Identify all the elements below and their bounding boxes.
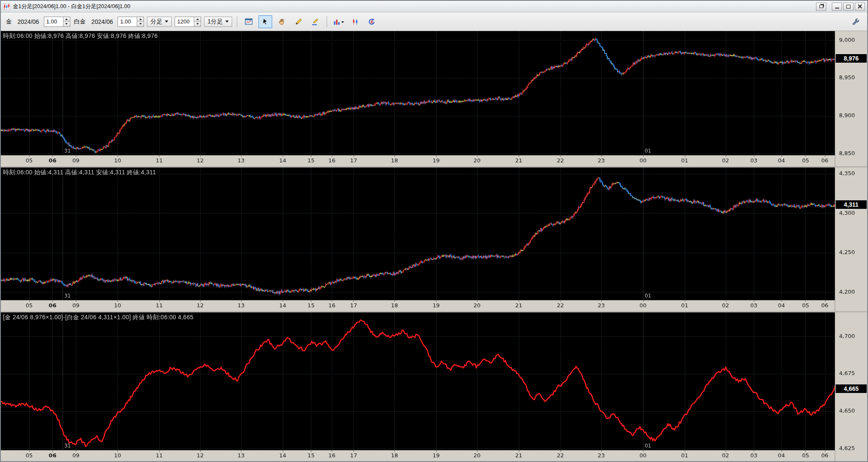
spread-chart-panel: [金 24/06 8,976×1.00]-[白金 24/06 4,311×1.0… xyxy=(1,312,867,461)
platinum-contract-select[interactable]: 2024/06 xyxy=(90,17,115,26)
toolbar-separator xyxy=(237,16,237,27)
gold-multiplier-up-button[interactable] xyxy=(63,17,70,22)
minimize-icon xyxy=(835,8,839,9)
interval-dropdown[interactable]: 1分足 xyxy=(204,17,232,27)
close-button[interactable] xyxy=(855,3,865,11)
candlestick-chart-icon xyxy=(3,3,10,10)
spread-info: [金 24/06 8,976×1.00]-[白金 24/06 4,311×1.0… xyxy=(3,314,193,321)
platinum-last-price-badge: 4,311 xyxy=(835,200,867,209)
gold-multiplier-down-button[interactable] xyxy=(63,21,70,26)
toolbar: 金 2024/06 1.00 白金 2024/06 1.00 分足 1200 xyxy=(1,12,867,31)
platinum-multiplier-up-button[interactable] xyxy=(137,17,144,22)
up-arrow-icon xyxy=(196,18,199,20)
platinum-multiplier-down-button[interactable] xyxy=(137,21,144,26)
chart-layout-tool-button[interactable] xyxy=(242,15,256,28)
refresh-icon: R xyxy=(368,17,376,26)
platinum-chart-canvas[interactable] xyxy=(1,167,867,311)
indicator-bars-tool-button[interactable] xyxy=(332,15,345,28)
svg-text:R: R xyxy=(371,20,373,24)
spread-last-price-badge: 4,665 xyxy=(835,384,867,393)
settings-wrench-button[interactable] xyxy=(849,15,863,28)
down-arrow-icon xyxy=(196,23,199,25)
platinum-label: 白金 xyxy=(73,18,87,26)
maximize-icon xyxy=(846,5,851,9)
bar-count-spinner[interactable]: 1200 xyxy=(175,17,201,27)
line-draw-tool-button[interactable] xyxy=(308,15,322,28)
chevron-down-icon xyxy=(225,20,229,23)
chevron-down-icon xyxy=(165,20,168,23)
down-arrow-icon xyxy=(139,23,142,25)
app-window: 金1分足[2024/06]1.00 - 白金1分足[2024/06]1.00 金… xyxy=(0,0,868,462)
gold-contract-select[interactable]: 2024/06 xyxy=(16,17,41,26)
pencil-draw-icon xyxy=(294,17,303,26)
platinum-multiplier-spinner[interactable]: 1.00 xyxy=(118,17,144,27)
gold-chart-panel: 時刻:06:00 始値:8,976 高値:8,976 安値:8,976 終値:8… xyxy=(1,31,867,166)
candle-style-icon xyxy=(351,17,359,26)
gold-multiplier-value[interactable]: 1.00 xyxy=(44,17,63,26)
gold-ohlc-info: 時刻:06:00 始値:8,976 高値:8,976 安値:8,976 終値:8… xyxy=(3,32,158,40)
bar-count-value[interactable]: 1200 xyxy=(175,17,194,26)
bar-count-down-button[interactable] xyxy=(194,21,201,26)
up-arrow-icon xyxy=(139,18,142,20)
minimize-button[interactable] xyxy=(832,3,842,11)
float-window-icon xyxy=(819,5,823,8)
indicator-bars-icon xyxy=(333,17,344,26)
cursor-select-icon xyxy=(261,17,270,26)
bar-count-up-button[interactable] xyxy=(194,17,201,22)
chart-panels: 時刻:06:00 始値:8,976 高値:8,976 安値:8,976 終値:8… xyxy=(1,31,867,461)
maximize-button[interactable] xyxy=(843,3,854,11)
up-arrow-icon xyxy=(65,18,68,20)
pencil-draw-tool-button[interactable] xyxy=(292,15,305,28)
gold-label: 金 xyxy=(5,18,13,26)
interval-dropdown-label: 1分足 xyxy=(207,18,223,26)
timeframe-dropdown[interactable]: 分足 xyxy=(147,17,172,27)
title-bar: 金1分足[2024/06]1.00 - 白金1分足[2024/06]1.00 xyxy=(1,1,867,12)
cursor-select-tool-button[interactable] xyxy=(259,15,272,28)
candle-style-tool-button[interactable] xyxy=(348,15,362,28)
window-controls xyxy=(816,3,865,11)
platinum-ohlc-info: 時刻:06:00 始値:4,311 高値:4,311 安値:4,311 終値:4… xyxy=(3,169,156,176)
gold-multiplier-spinner[interactable]: 1.00 xyxy=(44,17,70,27)
platinum-multiplier-value[interactable]: 1.00 xyxy=(118,17,137,26)
window-title: 金1分足[2024/06]1.00 - 白金1分足[2024/06]1.00 xyxy=(13,3,130,10)
float-window-button[interactable] xyxy=(816,3,826,11)
hand-pan-icon xyxy=(278,17,286,26)
wrench-icon xyxy=(852,17,860,26)
down-arrow-icon xyxy=(65,23,68,25)
gold-last-price-badge: 8,976 xyxy=(835,54,867,63)
chart-layout-icon xyxy=(244,17,253,26)
gold-chart-canvas[interactable] xyxy=(1,31,867,166)
line-draw-icon xyxy=(311,17,319,26)
spread-chart-canvas[interactable] xyxy=(1,312,867,461)
toolbar-separator xyxy=(327,16,327,27)
refresh-tool-button[interactable]: R xyxy=(365,15,379,28)
hand-pan-tool-button[interactable] xyxy=(275,15,289,28)
platinum-chart-panel: 時刻:06:00 始値:4,311 高値:4,311 安値:4,311 終値:4… xyxy=(1,167,867,311)
timeframe-dropdown-label: 分足 xyxy=(150,18,162,26)
close-icon xyxy=(858,4,862,9)
